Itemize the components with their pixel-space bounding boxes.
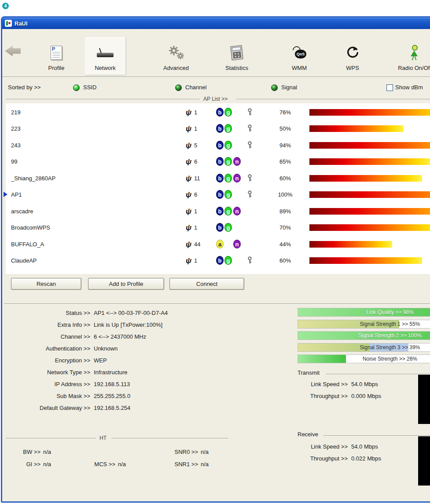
receive-line [323,435,430,436]
bw-field: BW >>n/a [13,449,51,456]
mode-b-badge: b [216,157,224,166]
transmit-line [326,374,430,374]
signal-percent: 60% [273,170,298,186]
key-icon [247,108,252,117]
transmit-title: Transmit [298,369,320,376]
titlebar[interactable]: RaUI [2,18,430,29]
window-title: RaUI [15,20,28,27]
mode-g-badge: g [224,223,232,232]
ap-channel: 1 [194,219,197,236]
ap-row-selected[interactable]: AP1 6 b g 100% [6,186,430,203]
ip-address-value: 192.168.5.113 [94,381,130,387]
link-quality-bar: Link Quality >> 98% [298,308,430,317]
tab-statistics[interactable]: Statistics [217,37,257,75]
signal-percent: 100% [273,186,298,203]
channel-icon [186,137,191,153]
ap-list-line-right [236,99,430,99]
network-type-value: Infrastructure [94,369,128,376]
gears-icon [168,43,184,63]
signal-bar [309,158,430,165]
noise-strength-bar: Noise Strength >> 26% [298,354,430,363]
authentication-value: Unknown [94,345,118,352]
snr1-field: SNR1 >>n/a [171,461,209,468]
status-value: AP1 <--> 00-03-7F-00-D7-A4 [94,310,168,316]
mode-b-badge: b [216,223,224,232]
transmit-rate-panel [418,375,430,424]
show-dbm-checkbox[interactable] [386,84,393,91]
tab-network-label: Network [95,65,116,71]
tab-wps[interactable]: WPS [332,37,373,75]
toolbar-divider [2,77,430,77]
ap-row[interactable]: BroadcomWPS 1 b g 70% [6,219,430,236]
mode-g-badge: g [224,207,232,215]
mode-b-badge: b [216,190,224,199]
key-icon [247,124,252,133]
tab-wmm[interactable]: QoS WMM [279,37,320,75]
ap-row[interactable]: 243 5 b g 94% [6,137,430,153]
rx-throughput: Throughput >>0.022 Mbps [298,454,381,463]
ap-row[interactable]: _Shiang_2860AP 11 b g n 60% [6,170,430,186]
link-quality-label: Link Quality >> 98% [298,308,430,316]
channel-sort-label[interactable]: Channel [185,82,206,93]
mode-n-badge: n [233,240,241,248]
mode-a-badge: a [216,240,224,248]
mode-b-badge: b [216,108,224,117]
sub-mask-label: Sub Mask >> [6,390,90,402]
ht-line-right [111,438,228,438]
ap-channel: 1 [194,121,197,137]
extra-info-value: Link is Up [TxPower:100%] [94,321,162,328]
ssid-sort-label[interactable]: SSID [83,82,96,93]
ap-row[interactable]: ClaudeAP 1 b g 60% [6,252,430,269]
ap-list-line-left [6,99,200,99]
encryption-value: WEP [94,357,107,364]
mode-g-badge: g [224,124,232,133]
channel-icon [186,203,191,219]
mode-n-badge: n [233,157,241,166]
mode-g-badge: g [224,190,232,199]
ap-row[interactable]: arscadre 1 b g n 89% [6,203,430,219]
signal-bar [309,125,430,132]
signal-sort-label[interactable]: Signal [281,82,297,93]
signal-bar [309,241,430,248]
tab-profile[interactable]: P Profile [38,37,75,75]
ht-line-left [6,438,96,438]
ap-ssid: AP1 [11,186,22,203]
ap-row[interactable]: BUFFALO_A 44 a n 44% [6,236,430,252]
tx-throughput: Throughput >>0.000 Mbps [298,392,381,401]
selected-ap-arrow [4,192,7,197]
noise-strength-label: Noise Strength >> 26% [298,355,430,363]
signal-bar [309,175,430,182]
channel-sort-led[interactable] [175,84,182,91]
rescan-button[interactable]: Rescan [11,278,81,290]
signal-strength-1-label: Signal Strength 1 >> 55% [298,320,430,328]
signal-percent: 89% [273,203,298,219]
key-icon [247,174,252,183]
sorted-by-label: Sorted by >> [8,82,40,93]
ap-channel: 44 [194,236,200,252]
tab-wps-label: WPS [346,65,359,71]
show-dbm-label: Show dBm [395,82,423,93]
calculator-icon [231,43,243,63]
snr0-field: SNR0 >>n/a [171,449,209,456]
add-to-profile-button[interactable]: Add to Profile [88,278,164,290]
network-icon [96,43,114,63]
ap-row[interactable]: 223 1 b g 50% [6,121,430,137]
signal-strength-3-bar: Signal Strength 3 >> 39% [298,343,430,352]
connect-button[interactable]: Connect [169,278,244,290]
tab-advanced[interactable]: Advanced [156,37,196,75]
ap-channel: 5 [194,137,197,153]
gi-field: GI >>n/a [13,461,51,468]
ssid-sort-led[interactable] [73,84,80,91]
ap-ssid: BroadcomWPS [11,219,50,236]
back-arrow-button[interactable] [5,45,21,57]
ap-row[interactable]: 99 6 b g n 65% [6,153,430,170]
ap-row[interactable]: 219 1 b g 76% [6,104,430,121]
tab-radio-on-off[interactable]: Radio On/Off [388,37,430,75]
mode-b-badge: b [216,256,224,265]
signal-sort-led[interactable] [271,84,278,91]
tab-network[interactable]: Network [85,37,125,75]
mode-b-badge: b [216,141,224,150]
signal-bar [309,109,430,116]
tab-radio-label: Radio On/Off [398,65,430,71]
channel-icon [186,236,191,252]
